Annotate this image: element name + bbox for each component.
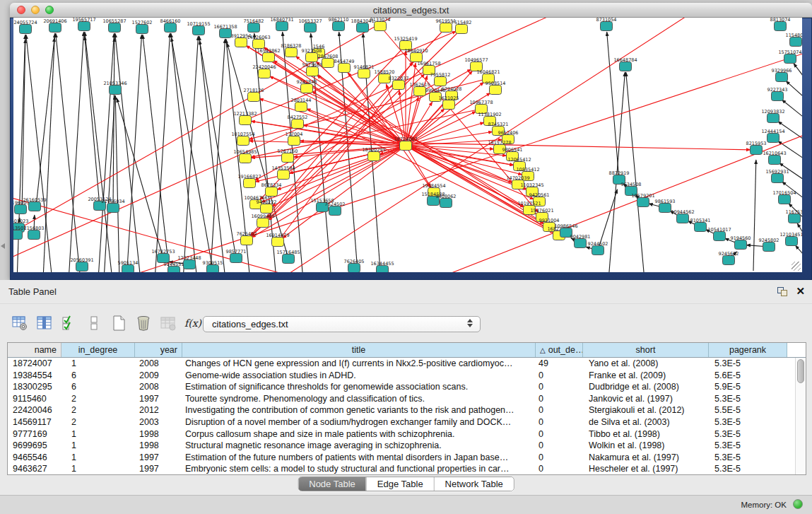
graph-edge[interactable]	[786, 81, 802, 103]
graph-node[interactable]	[368, 152, 380, 161]
graph-node[interactable]	[193, 26, 205, 35]
graph-node[interactable]	[220, 29, 232, 38]
graph-node[interactable]	[248, 93, 260, 102]
graph-node[interactable]	[207, 265, 219, 273]
graph-node[interactable]	[677, 214, 689, 223]
graph-node[interactable]	[601, 22, 613, 31]
graph-node[interactable]	[257, 218, 269, 228]
graph-node[interactable]	[735, 240, 747, 250]
graph-node[interactable]	[443, 100, 455, 110]
graph-node[interactable]	[772, 174, 784, 183]
memory-status-indicator[interactable]	[793, 499, 803, 509]
graph-node[interactable]	[789, 214, 801, 223]
delete-columns-button[interactable]	[134, 313, 153, 333]
graph-node[interactable]	[261, 204, 273, 214]
graph-node[interactable]	[456, 25, 468, 34]
graph-node[interactable]	[695, 223, 707, 232]
table-row[interactable]: 946554611997Estimation of the future num…	[8, 452, 806, 464]
scrollbar-thumb[interactable]	[797, 359, 804, 383]
clear-selection-button[interactable]	[84, 313, 104, 333]
graph-node[interactable]	[769, 156, 781, 165]
table-row[interactable]: 946362711997Embryonic stem cells: a mode…	[8, 463, 806, 475]
graph-node[interactable]	[790, 37, 802, 47]
graph-node[interactable]	[786, 237, 798, 246]
graph-node[interactable]	[776, 73, 788, 82]
graph-node[interactable]	[784, 54, 796, 64]
graph-edge[interactable]	[245, 31, 457, 120]
graph-node[interactable]	[241, 236, 253, 245]
graph-node[interactable]	[305, 23, 317, 33]
graph-node[interactable]	[272, 238, 284, 247]
graph-node[interactable]	[278, 170, 290, 180]
graph-edge[interactable]	[85, 32, 112, 272]
graph-node[interactable]	[49, 23, 61, 33]
graph-edge[interactable]	[115, 95, 119, 272]
window-titlebar[interactable]: citations_edges.txt	[10, 3, 812, 18]
graph-node[interactable]	[435, 77, 447, 86]
graph-node[interactable]	[295, 103, 307, 112]
table-row[interactable]: 2242004622012Investigating the contribut…	[8, 404, 806, 416]
graph-node[interactable]	[659, 204, 671, 213]
table-row[interactable]: 911546021997Tourette syndrome. Phenomeno…	[8, 393, 806, 405]
table-row[interactable]: 1830029562008Estimation of significance …	[8, 381, 806, 393]
resize-grip[interactable]	[792, 262, 801, 271]
table-options-button[interactable]	[10, 313, 30, 333]
graph-node[interactable]	[184, 260, 196, 269]
graph-node[interactable]	[339, 64, 351, 73]
graph-node[interactable]	[263, 53, 275, 62]
graph-node[interactable]	[107, 204, 119, 213]
graph-node[interactable]	[751, 146, 763, 155]
graph-node[interactable]	[240, 154, 252, 163]
graph-node[interactable]	[276, 22, 288, 31]
graph-node[interactable]	[333, 22, 345, 31]
graph-node[interactable]	[575, 239, 587, 248]
graph-node[interactable]	[283, 255, 295, 264]
graph-node[interactable]	[767, 114, 779, 123]
graph-edge[interactable]	[56, 33, 81, 272]
graph-edge[interactable]	[183, 36, 199, 272]
table-selector-dropdown[interactable]: citations_edges.txt	[203, 316, 481, 332]
graph-node[interactable]	[307, 67, 319, 76]
graph-node[interactable]	[259, 69, 271, 78]
tab-node-table[interactable]: Node Table	[298, 477, 366, 491]
close-panel-icon[interactable]: ✕	[796, 286, 805, 297]
function-builder-button[interactable]: f(x)	[183, 313, 203, 333]
tab-edge-table[interactable]: Edge Table	[366, 477, 434, 491]
graph-edge[interactable]	[85, 36, 100, 206]
graph-node[interactable]	[136, 25, 148, 34]
show-columns-button[interactable]	[35, 313, 54, 333]
graph-node[interactable]	[282, 153, 294, 163]
graph-node[interactable]	[15, 205, 27, 214]
graph-node[interactable]	[637, 198, 649, 207]
graph-node[interactable]	[292, 119, 304, 129]
graph-node[interactable]	[357, 23, 369, 33]
graph-node[interactable]	[358, 69, 370, 78]
graph-node[interactable]	[779, 195, 791, 204]
graph-node[interactable]	[20, 25, 32, 34]
graph-node[interactable]	[109, 23, 121, 33]
graph-node[interactable]	[440, 23, 452, 33]
graph-node[interactable]	[620, 62, 632, 71]
graph-node[interactable]	[237, 136, 249, 146]
delete-table-button[interactable]	[158, 313, 178, 333]
graph-node[interactable]	[772, 92, 784, 101]
graph-node[interactable]	[286, 48, 298, 57]
graph-edge[interactable]	[143, 35, 170, 272]
table-row[interactable]: 1872400712008Changes of HCN gene express…	[8, 358, 806, 370]
column-header-short[interactable]: short	[583, 343, 709, 357]
graph-edge[interactable]	[794, 63, 802, 85]
graph-node[interactable]	[230, 254, 242, 263]
graph-node[interactable]	[348, 264, 360, 273]
graph-node[interactable]	[775, 22, 787, 31]
graph-node[interactable]	[393, 81, 405, 90]
graph-edge[interactable]	[795, 245, 802, 262]
graph-node[interactable]	[165, 23, 177, 33]
graph-node[interactable]	[76, 262, 88, 271]
column-header-title[interactable]: title	[182, 343, 536, 357]
graph-node[interactable]	[329, 206, 341, 216]
graph-edge[interactable]	[282, 146, 406, 238]
table-row[interactable]: 977716911998Corpus callosum shape and si…	[8, 428, 806, 440]
graph-node[interactable]	[122, 265, 134, 273]
float-panel-icon[interactable]	[777, 286, 789, 297]
graph-edge[interactable]	[753, 160, 756, 271]
